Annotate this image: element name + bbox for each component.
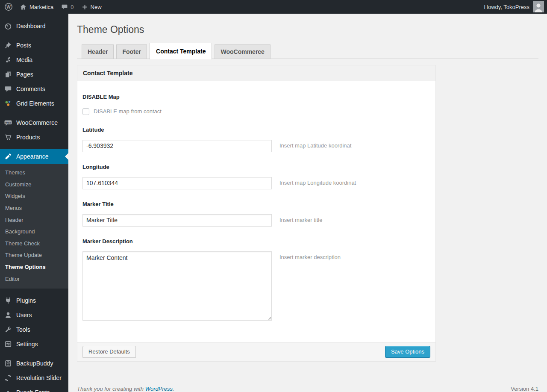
footer-thanks-text: Thank you for creating with WordPress. bbox=[77, 386, 174, 392]
site-name-link[interactable]: Marketica bbox=[16, 0, 57, 14]
paintbrush-icon bbox=[4, 152, 12, 161]
longitude-input[interactable] bbox=[82, 177, 272, 189]
dashboard-icon bbox=[4, 22, 12, 30]
home-icon bbox=[20, 3, 27, 11]
footer-thanks-suffix: . bbox=[173, 386, 174, 392]
field-label-marker-title: Marker Title bbox=[82, 201, 430, 207]
appearance-submenu: Themes Customize Widgets Menus Header Ba… bbox=[0, 164, 68, 289]
media-icon bbox=[4, 56, 12, 64]
marker-title-help-text: Insert marker title bbox=[279, 214, 322, 223]
sidebar-item-label: Comments bbox=[16, 85, 45, 92]
wordpress-link[interactable]: WordPress bbox=[145, 386, 173, 392]
marker-description-field-row: Marker Content Insert marker description bbox=[82, 251, 430, 321]
sidebar-item-appearance[interactable]: Appearance bbox=[0, 149, 68, 164]
sidebar-item-revolution-slider[interactable]: Revolution Slider bbox=[0, 371, 68, 385]
menu-separator bbox=[0, 144, 68, 149]
submenu-item-background[interactable]: Background bbox=[0, 226, 68, 238]
sidebar-item-users[interactable]: Users bbox=[0, 308, 68, 322]
admin-bar: W Marketica 0 New Howdy, TokoPress bbox=[0, 0, 547, 14]
tab-contact-template[interactable]: Contact Template bbox=[150, 43, 212, 59]
contact-template-panel: Contact Template DISABLE Map DISABLE map… bbox=[77, 65, 436, 362]
submenu-item-theme-options[interactable]: Theme Options bbox=[0, 261, 68, 273]
submenu-item-header[interactable]: Header bbox=[0, 214, 68, 226]
new-label: New bbox=[91, 4, 102, 10]
sidebar-item-label: Posts bbox=[16, 42, 31, 49]
footer-version: Version 4.1 bbox=[511, 386, 538, 392]
sidebar-item-dashboard[interactable]: Dashboard bbox=[0, 19, 68, 33]
admin-bar-comments[interactable]: 0 bbox=[57, 0, 77, 14]
admin-menu: Dashboard Posts Media Pages Commen bbox=[0, 14, 68, 392]
sidebar-item-comments[interactable]: Comments bbox=[0, 82, 68, 96]
svg-text:Woo: Woo bbox=[5, 121, 11, 124]
sidebar-item-label: Settings bbox=[16, 341, 38, 348]
sidebar-item-backupbuddy[interactable]: BackupBuddy bbox=[0, 356, 68, 371]
revolution-slider-icon bbox=[4, 374, 12, 382]
submenu-item-customize[interactable]: Customize bbox=[0, 179, 68, 191]
plugin-icon bbox=[4, 296, 12, 305]
sidebar-item-punch-fonts[interactable]: A Punch Fonts bbox=[0, 385, 68, 392]
wordpress-logo-icon[interactable]: W bbox=[0, 0, 16, 14]
submenu-item-widgets[interactable]: Widgets bbox=[0, 190, 68, 202]
plus-icon bbox=[82, 4, 88, 10]
new-content-button[interactable]: New bbox=[78, 0, 106, 14]
settings-icon bbox=[4, 340, 12, 348]
sidebar-item-pages[interactable]: Pages bbox=[0, 67, 68, 82]
sidebar-item-label: Users bbox=[16, 312, 32, 318]
marker-title-field-row: Insert marker title bbox=[82, 214, 430, 227]
sidebar-item-grid-elements[interactable]: Grid Elements bbox=[0, 96, 68, 111]
sidebar-item-label: WooCommerce bbox=[16, 119, 58, 126]
tab-header[interactable]: Header bbox=[82, 44, 114, 59]
sidebar-item-label: Revolution Slider bbox=[16, 374, 62, 381]
users-icon bbox=[4, 311, 12, 319]
submenu-item-editor[interactable]: Editor bbox=[0, 273, 68, 285]
cart-icon bbox=[4, 133, 12, 141]
wrench-icon bbox=[4, 325, 12, 334]
main-content: Theme Options Header Footer Contact Temp… bbox=[68, 14, 547, 392]
submenu-item-themes[interactable]: Themes bbox=[0, 167, 68, 179]
latitude-help-text: Insert map Latitude koordinat bbox=[279, 140, 351, 149]
save-options-button[interactable]: Save Options bbox=[385, 346, 430, 358]
pushpin-icon bbox=[4, 41, 12, 50]
sidebar-item-posts[interactable]: Posts bbox=[0, 38, 68, 53]
field-label-latitude: Latitude bbox=[82, 127, 430, 133]
sidebar-item-label: Products bbox=[16, 134, 40, 141]
site-name-label: Marketica bbox=[29, 4, 53, 10]
longitude-help-text: Insert map Longitude koordinat bbox=[279, 177, 356, 186]
howdy-account-menu[interactable]: Howdy, TokoPress bbox=[480, 0, 547, 14]
sidebar-item-plugins[interactable]: Plugins bbox=[0, 293, 68, 308]
sidebar-item-woocommerce[interactable]: Woo WooCommerce bbox=[0, 115, 68, 130]
panel-body: DISABLE Map DISABLE map from contact Lat… bbox=[77, 81, 435, 342]
sidebar-item-label: Appearance bbox=[16, 153, 49, 160]
tab-woocommerce[interactable]: WooCommerce bbox=[215, 44, 270, 59]
menu-separator bbox=[0, 33, 68, 38]
sidebar-item-media[interactable]: Media bbox=[0, 53, 68, 67]
submenu-item-theme-update[interactable]: Theme Update bbox=[0, 249, 68, 261]
field-label-disable-map: DISABLE Map bbox=[82, 94, 430, 100]
disable-map-checkbox-row[interactable]: DISABLE map from contact bbox=[82, 108, 162, 115]
submenu-item-menus[interactable]: Menus bbox=[0, 202, 68, 214]
comments-count: 0 bbox=[71, 4, 74, 10]
disable-map-checkbox[interactable] bbox=[82, 108, 89, 115]
sidebar-item-label: Media bbox=[16, 56, 32, 63]
marker-title-input[interactable] bbox=[82, 214, 272, 227]
sidebar-item-label: BackupBuddy bbox=[16, 360, 53, 367]
sidebar-item-settings[interactable]: Settings bbox=[0, 337, 68, 351]
avatar bbox=[533, 1, 544, 12]
tab-footer[interactable]: Footer bbox=[116, 44, 147, 59]
backup-icon bbox=[4, 359, 12, 368]
latitude-input[interactable] bbox=[82, 140, 272, 152]
sidebar-item-tools[interactable]: Tools bbox=[0, 322, 68, 337]
page-footer: Thank you for creating with WordPress. V… bbox=[77, 386, 538, 392]
admin-layout: Dashboard Posts Media Pages Commen bbox=[0, 14, 547, 392]
footer-thanks-prefix: Thank you for creating with bbox=[77, 386, 144, 392]
restore-defaults-button[interactable]: Restore Defaults bbox=[82, 346, 136, 358]
sidebar-item-label: Grid Elements bbox=[16, 100, 54, 107]
font-a-icon: A bbox=[4, 388, 12, 392]
sidebar-item-label: Plugins bbox=[16, 297, 36, 304]
tab-bar: Header Footer Contact Template WooCommer… bbox=[77, 43, 538, 59]
marker-description-textarea[interactable]: Marker Content bbox=[82, 251, 272, 321]
menu-separator bbox=[0, 351, 68, 356]
sidebar-item-products[interactable]: Products bbox=[0, 130, 68, 144]
field-label-longitude: Longitude bbox=[82, 164, 430, 170]
submenu-item-theme-check[interactable]: Theme Check bbox=[0, 238, 68, 250]
